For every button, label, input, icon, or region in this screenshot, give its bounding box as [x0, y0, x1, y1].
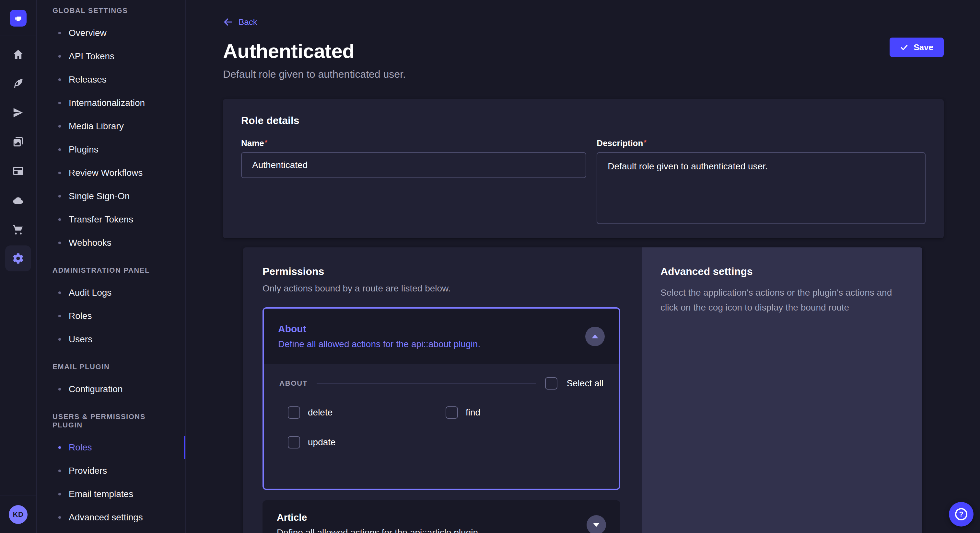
permission-item-find: find — [445, 406, 603, 419]
bullet-icon — [58, 338, 61, 341]
nav-section-title: EMAIL PLUGIN — [52, 363, 175, 371]
accordion-article-description: Define all allowed actions for the api::… — [277, 528, 480, 533]
select-all-label: Select all — [566, 378, 603, 389]
chevron-down-icon — [593, 523, 600, 527]
page-subtitle: Default role given to authenticated user… — [223, 68, 944, 80]
bullet-icon — [58, 516, 61, 519]
bullet-icon — [58, 195, 61, 198]
accordion-about-title: About — [278, 324, 480, 335]
required-asterisk: * — [644, 138, 646, 146]
sidebar-item-up-advanced-settings[interactable]: Advanced settings — [47, 506, 175, 529]
bullet-icon — [58, 470, 61, 472]
description-textarea[interactable]: Default role given to authenticated user… — [597, 152, 926, 224]
permission-group-label: ABOUT — [279, 379, 307, 388]
sidebar-item-internationalization[interactable]: Internationalization — [47, 91, 175, 115]
description-field-group: Description* Default role given to authe… — [597, 138, 926, 227]
sidebar-item-admin-users[interactable]: Users — [47, 328, 175, 351]
chevron-up-icon — [592, 335, 598, 338]
find-checkbox[interactable] — [445, 406, 458, 419]
page-title: Authenticated — [223, 40, 944, 62]
bullet-icon — [58, 446, 61, 449]
media-library-icon[interactable] — [5, 129, 31, 155]
permissions-subtitle: Only actions bound by a route are listed… — [262, 283, 620, 294]
sidebar-item-transfer-tokens[interactable]: Transfer Tokens — [47, 208, 175, 231]
strapi-logo[interactable] — [10, 10, 27, 27]
rail-icon-list — [5, 41, 31, 271]
nav-section-admin-panel: ADMINISTRATION PANEL Audit Logs Roles Us… — [47, 266, 175, 351]
role-details-card: Role details Name* Description* Default … — [223, 99, 944, 238]
nav-section-users-permissions: USERS & PERMISSIONS PLUGIN Roles Provide… — [47, 412, 175, 529]
feather-icon[interactable] — [5, 71, 31, 97]
rail-bottom: KD — [0, 495, 36, 533]
bullet-icon — [58, 78, 61, 81]
help-button[interactable]: ? — [949, 502, 974, 527]
accordion-article-title: Article — [277, 512, 480, 523]
collapse-toggle-button[interactable] — [585, 327, 605, 346]
nav-section-global: GLOBAL SETTINGS Overview API Tokens Rele… — [47, 6, 175, 254]
update-checkbox[interactable] — [288, 436, 300, 449]
select-all-checkbox[interactable] — [545, 377, 557, 390]
sidebar-item-api-tokens[interactable]: API Tokens — [47, 45, 175, 68]
delete-checkbox[interactable] — [288, 406, 300, 419]
accordion-about-body: ABOUT Select all delete — [264, 364, 619, 489]
permission-item-update: update — [288, 436, 445, 449]
permissions-title: Permissions — [262, 265, 620, 278]
settings-nav: GLOBAL SETTINGS Overview API Tokens Rele… — [37, 0, 186, 533]
accordion-about-header[interactable]: About Define all allowed actions for the… — [264, 309, 619, 364]
bullet-icon — [58, 493, 61, 495]
arrow-left-icon — [223, 17, 233, 27]
bullet-icon — [58, 148, 61, 151]
sidebar-item-up-email-templates[interactable]: Email templates — [47, 482, 175, 506]
check-icon — [900, 43, 908, 51]
bullet-icon — [58, 218, 61, 221]
sidebar-item-review-workflows[interactable]: Review Workflows — [47, 161, 175, 185]
expand-toggle-button[interactable] — [587, 515, 606, 533]
layout-icon[interactable] — [5, 158, 31, 184]
name-label: Name* — [241, 138, 586, 148]
bullet-icon — [58, 388, 61, 390]
sidebar-item-releases[interactable]: Releases — [47, 68, 175, 91]
nav-section-email-plugin: EMAIL PLUGIN Configuration — [47, 363, 175, 401]
cloud-icon[interactable] — [5, 187, 31, 213]
accordion-about: About Define all allowed actions for the… — [262, 307, 620, 490]
sidebar-item-audit-logs[interactable]: Audit Logs — [47, 281, 175, 305]
sidebar-item-email-configuration[interactable]: Configuration — [47, 378, 175, 401]
name-input[interactable] — [241, 152, 586, 178]
user-avatar[interactable]: KD — [9, 505, 27, 524]
bullet-icon — [58, 102, 61, 104]
bullet-icon — [58, 241, 61, 244]
sidebar-item-single-sign-on[interactable]: Single Sign-On — [47, 185, 175, 208]
strapi-settings-roles-page: KD GLOBAL SETTINGS Overview API Tokens R… — [0, 0, 980, 533]
accordion-about-description: Define all allowed actions for the api::… — [278, 339, 480, 349]
bullet-icon — [58, 125, 61, 128]
back-link[interactable]: Back — [223, 17, 257, 27]
description-label: Description* — [597, 138, 926, 148]
permissions-column: Permissions Only actions bound by a rout… — [243, 247, 642, 533]
sidebar-item-plugins[interactable]: Plugins — [47, 138, 175, 161]
main-content: Back Authenticated Default role given to… — [186, 0, 980, 533]
sidebar-item-webhooks[interactable]: Webhooks — [47, 231, 175, 254]
sidebar-item-up-roles[interactable]: Roles — [47, 436, 175, 459]
accordion-article[interactable]: Article Define all allowed actions for t… — [262, 500, 620, 533]
sidebar-item-overview[interactable]: Overview — [47, 21, 175, 45]
home-icon[interactable] — [5, 41, 31, 67]
sidebar-item-admin-roles[interactable]: Roles — [47, 305, 175, 328]
permissions-section: Permissions Only actions bound by a rout… — [243, 247, 922, 533]
permission-grid: delete find update — [279, 406, 603, 449]
save-button[interactable]: Save — [889, 38, 944, 57]
cart-icon[interactable] — [5, 216, 31, 242]
settings-gear-icon[interactable] — [5, 246, 31, 271]
strapi-logo-icon — [14, 14, 23, 23]
send-icon[interactable] — [5, 100, 31, 125]
bullet-icon — [58, 315, 61, 317]
sidebar-item-media-library[interactable]: Media Library — [47, 115, 175, 138]
main-nav-rail: KD — [0, 0, 37, 533]
advanced-settings-title: Advanced settings — [660, 265, 899, 278]
bullet-icon — [58, 171, 61, 174]
permission-item-delete: delete — [288, 406, 445, 419]
nav-section-title: ADMINISTRATION PANEL — [52, 266, 175, 274]
advanced-settings-panel: Advanced settings Select the application… — [642, 247, 922, 533]
sidebar-item-up-providers[interactable]: Providers — [47, 459, 175, 482]
advanced-settings-description: Select the application's actions or the … — [660, 285, 899, 315]
required-asterisk: * — [265, 138, 268, 146]
